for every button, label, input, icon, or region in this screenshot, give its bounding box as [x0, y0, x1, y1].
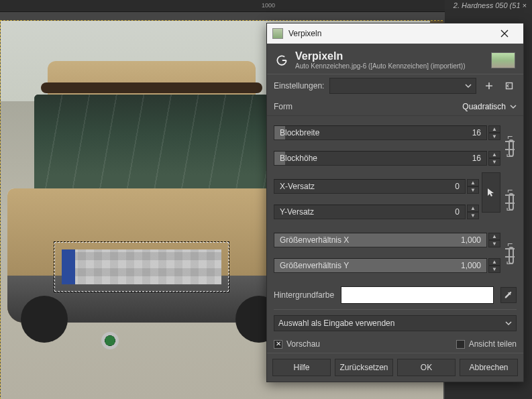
x-offset-value: 0 — [455, 182, 460, 191]
block-height-slider[interactable]: Blockhöhe16 ▲▼ — [274, 147, 500, 170]
input-usage-value: Auswahl als Eingabe verwenden — [278, 319, 394, 328]
block-width-label: Blockbreite — [280, 128, 319, 137]
block-width-value: 16 — [472, 128, 481, 137]
pixelize-dialog: Verpixeln Verpixeln Auto Kennzeichen.jpg… — [266, 23, 524, 382]
close-button[interactable] — [491, 23, 518, 44]
ok-button[interactable]: OK — [397, 359, 456, 376]
titlebar[interactable]: Verpixeln — [267, 23, 523, 44]
ratio-x-value: 1,000 — [461, 235, 481, 245]
y-offset-slider[interactable]: Y-Versatz0 ▲▼ — [274, 201, 479, 223]
reset-button[interactable]: Zurücksetzen — [335, 359, 393, 376]
presets-label: Einstellungen: — [274, 81, 324, 91]
color-picker-button[interactable] — [500, 287, 517, 303]
preview-thumbnail — [491, 52, 515, 68]
chevron-down-icon — [465, 82, 472, 89]
shape-value: Quadratisch — [462, 102, 506, 111]
ratio-x-slider[interactable]: Größenverhältnis X1,000 ▲▼ — [274, 229, 500, 251]
y-offset-label: Y-Versatz — [280, 207, 314, 217]
ratio-x-spinner[interactable]: ▲▼ — [488, 233, 500, 247]
dialog-subtitle: Auto Kennzeichen.jpg-6 ([Auto Kennzeiche… — [295, 62, 484, 70]
window-icon — [272, 28, 283, 39]
brush-hint: 2. Hardness 050 (51 × — [454, 1, 527, 9]
x-offset-slider[interactable]: X-Versatz0 ▲▼ — [274, 175, 479, 198]
eyedropper-icon — [504, 290, 513, 300]
ratio-link[interactable]: ⌐⌙ — [500, 226, 519, 280]
ratio-y-label: Größenverhältnis Y — [280, 261, 349, 270]
shape-label: Form — [274, 102, 292, 111]
chevron-down-icon — [505, 320, 512, 327]
ratio-y-value: 1,000 — [461, 261, 481, 270]
preset-manage-button[interactable] — [502, 78, 517, 93]
car-emblem — [101, 332, 119, 349]
chevron-down-icon — [510, 103, 517, 110]
ratio-x-label: Größenverhältnis X — [280, 235, 349, 245]
ruler-tick-1000: 1000 — [262, 2, 275, 9]
window-title: Verpixeln — [288, 29, 321, 38]
split-view-label: Ansicht teilen — [469, 339, 517, 349]
split-view-checkbox[interactable] — [456, 340, 465, 349]
input-usage-combo[interactable]: Auswahl als Eingabe verwenden — [274, 315, 517, 331]
link-icon — [505, 141, 515, 150]
y-offset-spinner[interactable]: ▲▼ — [467, 205, 479, 219]
pixelated-region — [62, 249, 221, 284]
cursor-icon — [486, 187, 496, 198]
block-height-label: Blockhöhe — [280, 154, 317, 163]
link-icon — [505, 248, 515, 258]
preview-row: ✕ Vorschau Ansicht teilen — [267, 335, 523, 353]
block-width-slider[interactable]: Blockbreite16 ▲▼ — [274, 121, 500, 144]
selection-marquee[interactable] — [54, 242, 229, 292]
dialog-header: Verpixeln Auto Kennzeichen.jpg-6 ([Auto … — [267, 44, 523, 74]
preview-label: Vorschau — [286, 339, 320, 349]
x-offset-spinner[interactable]: ▲▼ — [467, 179, 479, 194]
dialog-buttons: Hilfe Zurücksetzen OK Abbrechen — [267, 353, 523, 382]
block-size-link[interactable]: ⌐⌙ — [500, 119, 519, 172]
gimp-logo-icon — [275, 54, 288, 67]
presets-combo[interactable] — [329, 78, 476, 94]
preset-add-button[interactable] — [482, 78, 496, 93]
offset-link[interactable]: ⌐⌙ — [500, 172, 519, 226]
ratio-y-slider[interactable]: Größenverhältnis Y1,000 ▲▼ — [274, 254, 500, 277]
block-height-spinner[interactable]: ▲▼ — [488, 151, 500, 166]
preview-checkbox[interactable]: ✕ — [274, 340, 282, 349]
input-usage-row: Auswahl als Eingabe verwenden — [267, 311, 523, 335]
pick-offset-button[interactable] — [482, 172, 500, 213]
x-offset-label: X-Versatz — [280, 182, 315, 191]
background-color-label: Hintergrundfarbe — [274, 290, 334, 300]
block-height-value: 16 — [472, 154, 481, 163]
background-color-swatch[interactable] — [341, 286, 494, 304]
shape-row[interactable]: Form Quadratisch — [267, 97, 523, 116]
presets-row: Einstellungen: — [267, 74, 523, 97]
link-icon — [505, 194, 515, 204]
block-width-spinner[interactable]: ▲▼ — [488, 125, 500, 140]
ratio-y-spinner[interactable]: ▲▼ — [488, 258, 500, 273]
y-offset-value: 0 — [455, 207, 460, 217]
cancel-button[interactable]: Abbrechen — [460, 359, 518, 376]
help-button[interactable]: Hilfe — [272, 359, 331, 376]
dialog-title: Verpixeln — [295, 50, 484, 62]
background-color-row: Hintergrundfarbe — [267, 282, 523, 308]
